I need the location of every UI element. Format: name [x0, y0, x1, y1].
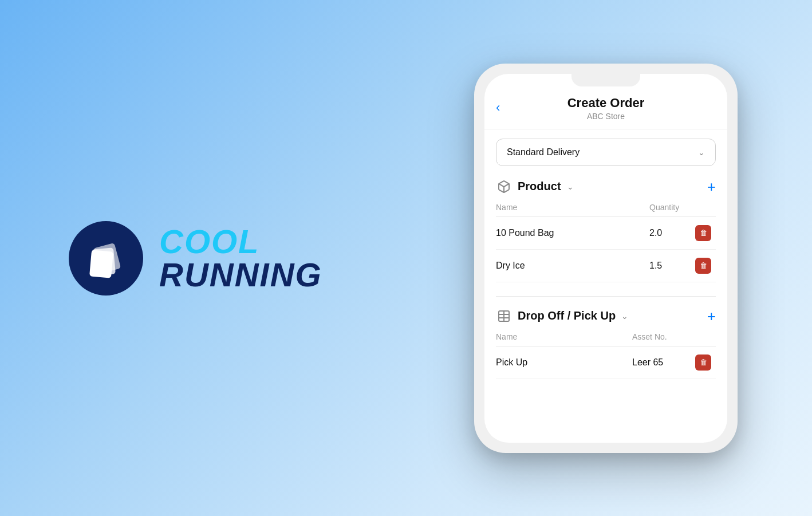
- product-row1-qty: 2.0: [649, 228, 695, 238]
- delete-row2-button[interactable]: 🗑: [695, 258, 711, 274]
- phone-frame: ‹ Create Order ABC Store Standard Delive…: [474, 64, 738, 453]
- screen-header: ‹ Create Order ABC Store: [484, 86, 727, 129]
- product-add-button[interactable]: +: [707, 179, 716, 194]
- trash-icon: 🗑: [700, 261, 707, 270]
- product-expand-icon[interactable]: ⌄: [567, 182, 574, 191]
- phone-notch: [571, 74, 640, 86]
- product-icon: [496, 179, 512, 195]
- product-col-qty-header: Quantity: [649, 203, 695, 212]
- delete-row1-button[interactable]: 🗑: [695, 225, 711, 241]
- product-row1-delete-action: 🗑: [695, 225, 716, 241]
- product-table-header: Name Quantity: [496, 203, 716, 217]
- trash-icon: 🗑: [700, 229, 707, 237]
- product-section-left: Product ⌄: [496, 179, 574, 195]
- phone-screen: ‹ Create Order ABC Store Standard Delive…: [484, 74, 727, 443]
- product-section-title: Product: [518, 180, 561, 193]
- dropoff-row1-asset: Leer 65: [632, 357, 695, 368]
- product-row2-delete-action: 🗑: [695, 258, 716, 274]
- product-col-name-header: Name: [496, 203, 649, 212]
- screen-content: Standard Delivery ⌄: [484, 129, 727, 443]
- page-subtitle: ABC Store: [496, 112, 716, 121]
- logo-circle: [69, 221, 143, 296]
- back-button[interactable]: ‹: [496, 100, 500, 115]
- dropoff-section-header: Drop Off / Pick Up ⌄ +: [496, 308, 716, 324]
- logo-running: RUNNING: [159, 258, 322, 292]
- trash-icon: 🗑: [700, 358, 707, 367]
- dropoff-row1-name: Pick Up: [496, 357, 632, 368]
- dropoff-expand-icon[interactable]: ⌄: [621, 312, 628, 321]
- section-divider: [496, 296, 716, 297]
- logo-text-group: COOL RUNNING: [159, 225, 322, 292]
- phone-mockup: ‹ Create Order ABC Store Standard Delive…: [474, 64, 738, 453]
- dropoff-table: Name Asset No. Pick Up Leer 65 🗑: [496, 332, 716, 379]
- table-row: Dry Ice 1.5 🗑: [496, 250, 716, 282]
- chevron-down-icon: ⌄: [698, 148, 705, 157]
- dropoff-row1-delete-action: 🗑: [695, 354, 716, 371]
- table-row: 10 Pound Bag 2.0 🗑: [496, 217, 716, 250]
- product-row2-name: Dry Ice: [496, 261, 649, 271]
- product-row1-name: 10 Pound Bag: [496, 228, 649, 238]
- dropoff-section-left: Drop Off / Pick Up ⌄: [496, 308, 628, 324]
- table-row: Pick Up Leer 65 🗑: [496, 346, 716, 379]
- dropoff-table-header: Name Asset No.: [496, 332, 716, 346]
- dropoff-col-asset-header: Asset No.: [632, 332, 695, 341]
- dropoff-icon: [496, 308, 512, 324]
- svg-rect-2: [89, 250, 113, 278]
- dropoff-add-button[interactable]: +: [707, 309, 716, 324]
- logo-cool: COOL: [159, 225, 322, 258]
- delivery-dropdown-value: Standard Delivery: [507, 147, 580, 157]
- logo-icon: [80, 233, 132, 284]
- dropoff-section-title: Drop Off / Pick Up: [518, 309, 616, 322]
- page-title: Create Order: [496, 96, 716, 111]
- delete-dropoff-row1-button[interactable]: 🗑: [695, 354, 711, 371]
- logo-section: COOL RUNNING: [69, 221, 322, 296]
- product-row2-qty: 1.5: [649, 261, 695, 271]
- product-table: Name Quantity 10 Pound Bag 2.0 🗑: [496, 203, 716, 282]
- dropoff-col-name-header: Name: [496, 332, 632, 341]
- product-section-header: Product ⌄ +: [496, 179, 716, 195]
- delivery-dropdown[interactable]: Standard Delivery ⌄: [496, 139, 716, 166]
